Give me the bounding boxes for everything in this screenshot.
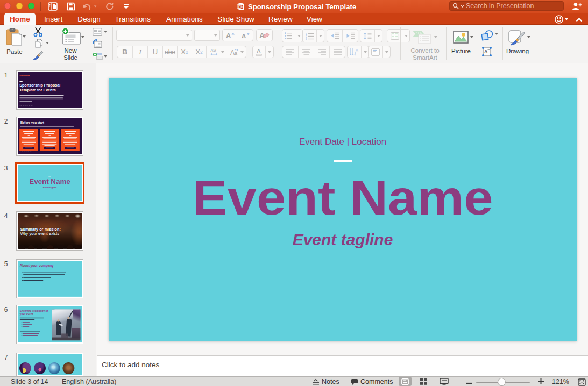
underline-button[interactable]: U: [147, 46, 162, 58]
show-sidebar-button[interactable]: [48, 0, 58, 13]
font-name-select[interactable]: [116, 30, 192, 41]
columns-arrow-button[interactable]: [402, 30, 409, 42]
slide-thumbnail-4[interactable]: Summary or mission: Why your event exist…: [16, 211, 83, 251]
close-button[interactable]: [4, 3, 11, 9]
convert-to-smartart-button[interactable]: [412, 30, 434, 46]
superscript-button[interactable]: X2: [177, 46, 192, 58]
text-direction-arrow-button[interactable]: [361, 46, 369, 58]
tab-insert[interactable]: Insert: [38, 13, 69, 25]
decrease-font-size-button[interactable]: A: [238, 30, 253, 41]
italic-button[interactable]: I: [132, 46, 147, 58]
font-size-select[interactable]: [194, 30, 220, 41]
cut-button[interactable]: [33, 27, 43, 39]
zoom-out-button[interactable]: [466, 378, 472, 386]
numbering-button[interactable]: 1 2 3: [303, 30, 316, 42]
search-input[interactable]: Search in Presentation: [449, 1, 564, 11]
line-spacing-button[interactable]: [360, 30, 374, 42]
slide-thumbnail-3-selected[interactable]: Event Date | Location Event Name Event t…: [15, 162, 84, 204]
drawing-dropdown-arrow[interactable]: [527, 36, 530, 38]
minimize-button[interactable]: [16, 3, 23, 9]
slide-title[interactable]: Event Name: [89, 174, 588, 222]
collapse-ribbon-button[interactable]: [576, 15, 583, 24]
zoom-slider[interactable]: [476, 382, 530, 383]
customize-toolbar-button[interactable]: [123, 0, 130, 13]
notes-toggle-button[interactable]: Notes: [313, 378, 339, 385]
section-button[interactable]: [93, 52, 103, 62]
redo-button[interactable]: [105, 0, 114, 13]
text-direction-button[interactable]: A: [348, 46, 361, 58]
tab-view[interactable]: View: [300, 13, 329, 25]
undo-button[interactable]: [82, 0, 97, 13]
sl-title-decor: Event Name: [18, 178, 82, 184]
copy-button[interactable]: [34, 39, 43, 50]
zoom-level[interactable]: 121%: [552, 378, 569, 385]
shapes-button[interactable]: [480, 30, 494, 44]
paste-button[interactable]: [5, 28, 23, 48]
slide-sorter-view-button[interactable]: [417, 377, 430, 386]
align-center-button[interactable]: [298, 46, 314, 58]
tab-review[interactable]: Review: [262, 13, 299, 25]
slide-layout-button[interactable]: [93, 28, 102, 38]
new-slide-button[interactable]: [61, 27, 82, 47]
line-spacing-arrow-button[interactable]: [374, 30, 382, 42]
picture-button[interactable]: [453, 31, 469, 46]
section-dropdown-arrow[interactable]: [104, 55, 107, 58]
drawing-button[interactable]: [508, 30, 526, 48]
comments-toggle-button[interactable]: Comments: [351, 378, 393, 385]
subscript-button[interactable]: X2: [192, 46, 206, 58]
zoom-slider-knob[interactable]: [498, 378, 505, 385]
slide-date-placeholder[interactable]: Event Date | Location: [109, 137, 577, 147]
decrease-indent-button[interactable]: [327, 30, 342, 42]
text-box-button[interactable]: A: [481, 46, 492, 59]
numbering-arrow-button[interactable]: [316, 30, 324, 42]
tab-transitions[interactable]: Transitions: [108, 13, 157, 25]
align-left-button[interactable]: [282, 46, 298, 58]
increase-font-size-button[interactable]: A: [223, 30, 238, 41]
zoom-button[interactable]: [28, 3, 34, 9]
bold-button[interactable]: B: [117, 46, 132, 58]
slide-thumbnail-6[interactable]: Show the credibility of your event: [16, 305, 83, 344]
change-case-button[interactable]: A a: [228, 46, 246, 58]
copy-dropdown-arrow[interactable]: [46, 42, 49, 44]
div-decor: [22, 324, 22, 325]
align-text-arrow-button[interactable]: [382, 46, 390, 58]
font-color-button[interactable]: A: [253, 46, 265, 58]
svg-text:A: A: [242, 33, 246, 39]
slide-thumbnail-5[interactable]: About your company: [16, 259, 83, 298]
paste-dropdown-arrow[interactable]: [23, 35, 26, 38]
layout-dropdown-arrow[interactable]: [104, 31, 107, 33]
picture-dropdown-arrow[interactable]: [470, 36, 473, 38]
slide-canvas[interactable]: Event Date | Location Event Name Event t…: [109, 78, 577, 341]
shapes-dropdown-arrow[interactable]: [495, 33, 498, 35]
new-slide-dropdown-arrow[interactable]: [81, 36, 84, 38]
save-button[interactable]: [67, 0, 75, 13]
tab-slide-show[interactable]: Slide Show: [211, 13, 261, 25]
bullets-arrow-button[interactable]: [295, 30, 302, 42]
tab-home[interactable]: Home: [4, 13, 36, 25]
slide-thumbnail-2[interactable]: Before you start: [16, 117, 83, 156]
slide-thumbnail-1[interactable]: eventbrite Sponsorship Proposal Template…: [16, 70, 83, 110]
justify-button[interactable]: [329, 46, 345, 58]
feedback-smiley-button[interactable]: [555, 15, 568, 24]
character-spacing-button[interactable]: AV: [206, 46, 228, 58]
zoom-in-button[interactable]: [538, 378, 544, 386]
fit-slide-to-window-button[interactable]: [578, 378, 586, 386]
reset-layout-button[interactable]: [93, 39, 102, 50]
tab-design[interactable]: Design: [71, 13, 107, 25]
tab-animations[interactable]: Animations: [160, 13, 209, 25]
format-painter-button[interactable]: [33, 51, 44, 62]
normal-view-button[interactable]: [399, 377, 412, 386]
share-button[interactable]: [571, 2, 582, 13]
slide-tagline[interactable]: Event tagline: [109, 231, 577, 249]
columns-button[interactable]: [387, 30, 402, 42]
notes-pane[interactable]: Click to add notes: [97, 355, 588, 376]
clear-formatting-button[interactable]: A: [257, 30, 272, 41]
slide-show-button[interactable]: [437, 377, 450, 386]
language-indicator[interactable]: English (Australia): [62, 378, 116, 385]
align-text-button[interactable]: [369, 46, 382, 58]
align-right-button[interactable]: [314, 46, 329, 58]
strikethrough-button[interactable]: abe: [162, 46, 177, 58]
bullets-button[interactable]: [282, 30, 295, 42]
increase-indent-button[interactable]: [342, 30, 358, 42]
font-color-arrow-button[interactable]: [265, 46, 273, 58]
